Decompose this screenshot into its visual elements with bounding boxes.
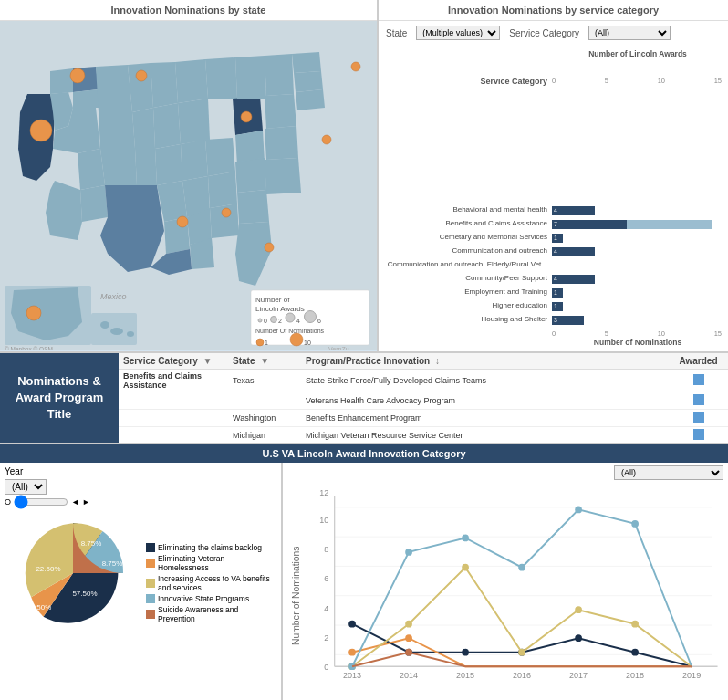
svg-text:2014: 2014 <box>400 671 418 680</box>
bar-chart-row: Benefits and Claims Assistance 7 <box>383 218 723 231</box>
dot-ak <box>26 306 41 320</box>
header-state: State ▼ <box>233 356 306 366</box>
state-ne <box>155 144 182 185</box>
award-bar: 7 <box>552 220 627 229</box>
svg-point-27 <box>575 606 582 613</box>
bar-chart-row: Higher education 1 <box>383 300 723 313</box>
dot-ga <box>265 243 274 252</box>
svg-text:8: 8 <box>324 545 328 554</box>
state-nh-ma <box>294 71 323 92</box>
bottom-title: U.S VA Lincoln Award Innovation Category <box>0 444 728 463</box>
svg-point-34 <box>631 520 639 528</box>
row3-program: Benefits Enhancement Program <box>306 413 673 423</box>
header-service: Service Category ▼ <box>123 356 233 366</box>
state-wy <box>99 112 135 149</box>
row1-state: Texas <box>233 376 306 385</box>
row3-awarded <box>673 412 723 424</box>
state-az <box>46 181 82 240</box>
row1-awarded <box>673 374 723 387</box>
award-bar: 4 <box>552 247 595 256</box>
state-in-ky <box>208 172 237 208</box>
header-awarded: Awarded <box>673 356 723 366</box>
bar-chart-row: Community/Peer Support 4 <box>383 273 723 286</box>
map-container: Mexico Number of Lincoln Awards 0 2 4 6 <box>0 21 377 351</box>
chart-col: 0 5 10 15 <box>552 77 723 86</box>
service-filter-label: Service Category <box>509 28 579 38</box>
bar-label: Cemetary and Memorial Services <box>383 234 552 242</box>
state-pa <box>265 94 296 129</box>
award-bar: 1 <box>552 234 563 243</box>
mexico-label: Mexico <box>100 292 127 301</box>
bar-title: Innovation Nominations by service catego… <box>379 0 728 21</box>
state-sc-nc <box>237 190 269 224</box>
year-slider[interactable] <box>14 498 68 506</box>
bar-chart-row: Behavioral and mental health 4 <box>383 204 723 217</box>
top-row: Innovation Nominations by state <box>0 0 728 353</box>
bar-chart-row: Housing and Shelter 3 <box>383 314 723 327</box>
year-filter: Year <box>5 466 276 476</box>
state-co <box>100 149 137 185</box>
state-il-mo <box>205 138 235 176</box>
legend-dot-4 <box>286 313 295 322</box>
line-chart-filter[interactable]: (All) <box>614 465 723 480</box>
row4-state: Michigan <box>233 431 306 440</box>
year-select[interactable]: (All) <box>5 479 47 495</box>
svg-text:2018: 2018 <box>626 671 644 680</box>
bar-label: Communication and outreach <box>383 247 552 256</box>
state-hi-1 <box>100 321 109 329</box>
dot-nj <box>322 135 331 144</box>
svg-point-26 <box>518 649 525 656</box>
table-row: Benefits and Claims Assistance Texas Sta… <box>119 370 728 392</box>
svg-point-24 <box>405 621 412 628</box>
state-ia <box>181 140 208 181</box>
legend-0: 0 <box>264 318 267 324</box>
legend-color-1 <box>146 543 155 552</box>
map-title: Innovation Nominations by state <box>0 0 377 21</box>
state-wi <box>205 57 237 99</box>
pct-5: 57.50% <box>72 590 97 598</box>
nom-legend-dot-10 <box>290 333 303 346</box>
year-label: Year <box>5 466 23 476</box>
line-1 <box>352 624 692 667</box>
legend-item-5: Suicide Awareness and Prevention <box>146 605 272 623</box>
legend-item-3: Increasing Access to VA benefits and ser… <box>146 574 272 592</box>
bar-label: Higher education <box>383 302 552 310</box>
legend-label-1: Eliminating the claims backlog <box>158 543 262 552</box>
award-bar: 3 <box>552 329 584 330</box>
svg-point-20 <box>631 649 639 656</box>
row4-program: Michigan Veteran Resource Service Center <box>306 431 673 440</box>
svg-point-35 <box>405 649 412 656</box>
legend-item-4: Innovative State Programs <box>146 594 272 603</box>
bar-label: Housing and Shelter <box>383 316 552 324</box>
state-wi2 <box>235 56 266 99</box>
bar-label: Behavioral and mental health <box>383 206 552 214</box>
state-filter-select[interactable]: (Multiple values) <box>416 26 500 40</box>
map-panel: Innovation Nominations by state <box>0 0 379 351</box>
state-mn-north <box>151 62 178 108</box>
nom-legend-label: Number Of Nominations <box>255 328 325 334</box>
service-filter-select[interactable]: (All) <box>588 26 671 40</box>
state-nm <box>80 185 108 222</box>
svg-point-17 <box>462 649 469 656</box>
legend-2: 2 <box>278 318 282 324</box>
row3-state: Washington <box>233 413 306 423</box>
svg-text:2016: 2016 <box>513 671 531 680</box>
row2-awarded <box>673 394 723 407</box>
award-bar: 1 <box>552 288 563 298</box>
pct-4: 2.50% <box>31 603 52 611</box>
svg-text:2: 2 <box>324 633 328 643</box>
dashboard: Innovation Nominations by state <box>0 0 728 700</box>
state-me-vt <box>292 52 321 73</box>
row1-service: Benefits and Claims Assistance <box>123 371 233 390</box>
svg-point-28 <box>631 621 639 628</box>
svg-text:12: 12 <box>319 488 328 497</box>
header-program: Program/Practice Innovation ↕ <box>306 356 673 366</box>
legend-dot-2 <box>271 317 277 323</box>
dot-ms <box>222 208 231 217</box>
state-wa <box>50 68 73 94</box>
pct-1: 8.75% <box>81 539 102 548</box>
watermark: VernZu <box>328 346 349 350</box>
svg-point-33 <box>575 507 582 514</box>
svg-text:4: 4 <box>324 604 328 613</box>
state-mt <box>96 65 132 112</box>
